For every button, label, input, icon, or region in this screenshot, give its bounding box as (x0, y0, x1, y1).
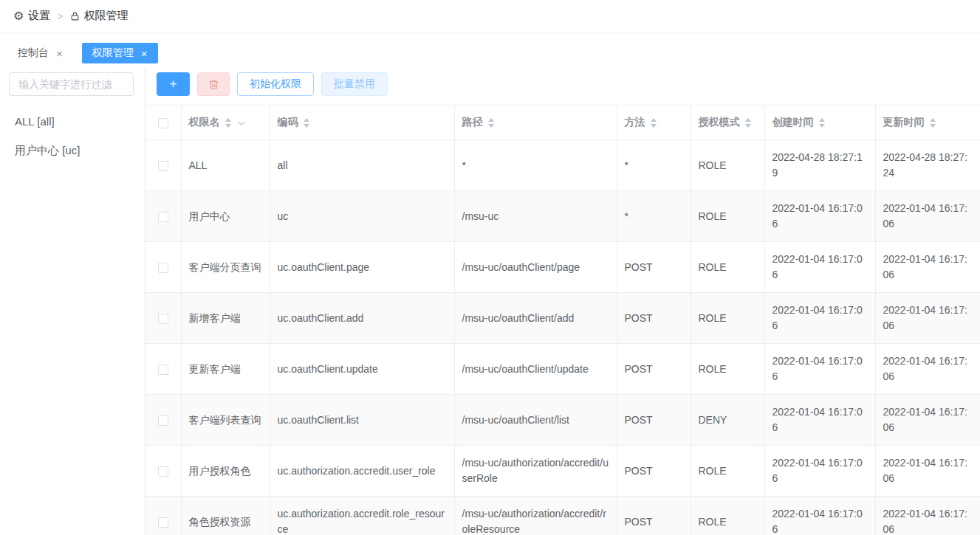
sort-icon[interactable] (819, 118, 825, 128)
tab-console[interactable]: 控制台 × (7, 43, 73, 63)
table-row: 客户端列表查询 uc.oauthClient.list /msu-uc/oaut… (145, 395, 980, 446)
cell-mode: ROLE (691, 446, 764, 497)
main-panel: + 初始化权限 批量禁用 (145, 66, 980, 534)
cell-mode: ROLE (691, 140, 764, 191)
col-header-created[interactable]: 创建时间 (764, 106, 875, 140)
table-header-row: 权限名 编码 路径 (145, 106, 980, 140)
cell-code: all (270, 140, 454, 191)
select-all-checkbox[interactable] (158, 118, 168, 128)
sort-icon[interactable] (225, 118, 231, 128)
row-checkbox[interactable] (158, 365, 168, 375)
sort-icon[interactable] (651, 118, 657, 128)
table-row: 用户授权角色 uc.authorization.accredit.user_ro… (145, 446, 980, 497)
row-checkbox[interactable] (158, 212, 168, 222)
cell-permission-name: ALL (181, 140, 270, 191)
cell-mode: ROLE (691, 242, 764, 293)
gear-icon: ⚙ (13, 10, 24, 22)
breadcrumb-label-permission: 权限管理 (84, 9, 129, 23)
tab-permission[interactable]: 权限管理 × (82, 43, 158, 63)
cell-path: /msu-uc/oauthClient/page (454, 242, 617, 293)
sort-icon[interactable] (488, 118, 494, 128)
filter-input[interactable] (9, 72, 134, 96)
col-header-permission-name[interactable]: 权限名 (181, 106, 270, 140)
cell-updated: 2022-01-04 16:17:06 (875, 191, 980, 242)
cell-updated: 2022-04-28 18:27:24 (875, 140, 980, 191)
col-label-created: 创建时间 (772, 116, 814, 129)
cell-code: uc.oauthClient.add (270, 293, 454, 344)
sort-icon[interactable] (304, 118, 309, 128)
table-row: 角色授权资源 uc.authorization.accredit.role_re… (145, 497, 980, 535)
breadcrumb-item-settings[interactable]: ⚙ 设置 (13, 9, 50, 23)
breadcrumb-separator: > (57, 10, 63, 22)
cell-created: 2022-01-04 16:17:06 (764, 497, 875, 535)
col-header-path[interactable]: 路径 (454, 106, 617, 140)
row-checkbox[interactable] (158, 517, 168, 528)
cell-permission-name: 角色授权资源 (181, 497, 270, 535)
close-icon[interactable]: × (56, 48, 63, 59)
cell-mode: ROLE (691, 497, 764, 535)
cell-checkbox (145, 293, 181, 344)
cell-updated: 2022-01-04 16:17:06 (875, 344, 980, 395)
breadcrumb-item-permission: 权限管理 (70, 9, 129, 23)
col-header-code[interactable]: 编码 (270, 106, 454, 140)
delete-button[interactable] (197, 72, 230, 96)
row-checkbox[interactable] (158, 415, 168, 426)
tree-item-all[interactable]: ALL [all] (0, 111, 145, 132)
col-header-mode[interactable]: 授权模式 (691, 106, 764, 140)
col-header-updated[interactable]: 更新时间 (875, 106, 980, 140)
cell-permission-name: 客户端列表查询 (181, 395, 270, 446)
cell-updated: 2022-01-04 16:17:06 (875, 242, 980, 293)
cell-method: * (617, 191, 691, 242)
cell-permission-name: 用户中心 (181, 191, 270, 242)
close-icon[interactable]: × (141, 48, 148, 59)
cell-code: uc.oauthClient.update (270, 344, 454, 395)
lock-icon (70, 11, 80, 21)
cell-checkbox (145, 446, 181, 497)
cell-path: /msu-uc/oauthClient/add (454, 293, 617, 344)
cell-checkbox (145, 395, 181, 446)
sort-icon[interactable] (930, 118, 936, 128)
col-label-code: 编码 (278, 116, 298, 129)
col-label-mode: 授权模式 (699, 116, 740, 129)
cell-path: /msu-uc/authorization/accredit/userRole (454, 446, 617, 497)
table-row: ALL all * * ROLE 2022-04-28 18:27:19 202… (145, 140, 980, 191)
table-row: 新增客户端 uc.oauthClient.add /msu-uc/oauthCl… (145, 293, 980, 344)
row-checkbox[interactable] (158, 263, 168, 273)
cell-method: POST (617, 242, 691, 293)
chevron-down-icon[interactable] (237, 118, 244, 125)
sort-icon[interactable] (745, 118, 751, 128)
add-button[interactable]: + (157, 72, 190, 96)
row-checkbox[interactable] (158, 466, 168, 477)
cell-path: * (454, 140, 617, 191)
row-checkbox[interactable] (158, 314, 168, 324)
init-permissions-button[interactable]: 初始化权限 (237, 72, 314, 96)
cell-code: uc.oauthClient.list (270, 395, 454, 446)
sidebar: ALL [all] 用户中心 [uc] (0, 66, 145, 534)
cell-updated: 2022-01-04 16:17:06 (875, 293, 980, 344)
permission-tree: ALL [all] 用户中心 [uc] (0, 111, 145, 162)
select-all-header (145, 106, 181, 140)
cell-method: POST (617, 395, 691, 446)
cell-checkbox (145, 344, 181, 395)
table-row: 客户端分页查询 uc.oauthClient.page /msu-uc/oaut… (145, 242, 980, 293)
cell-permission-name: 更新客户端 (181, 344, 270, 395)
trash-icon (208, 79, 219, 90)
col-label-method: 方法 (625, 116, 645, 129)
cell-path: /msu-uc/oauthClient/list (454, 395, 617, 446)
row-checkbox[interactable] (158, 161, 168, 171)
table-row: 更新客户端 uc.oauthClient.update /msu-uc/oaut… (145, 344, 980, 395)
tree-item-uc[interactable]: 用户中心 [uc] (0, 139, 145, 162)
cell-method: POST (617, 497, 691, 535)
cell-created: 2022-01-04 16:17:06 (764, 242, 875, 293)
cell-permission-name: 客户端分页查询 (181, 242, 270, 293)
cell-method: POST (617, 446, 691, 497)
col-label-permission-name: 权限名 (189, 116, 220, 129)
cell-checkbox (145, 242, 181, 293)
col-header-method[interactable]: 方法 (617, 106, 691, 140)
col-label-path: 路径 (462, 116, 483, 129)
content-area: ALL [all] 用户中心 [uc] + 初始化权限 批量禁用 (0, 66, 980, 534)
table-body: ALL all * * ROLE 2022-04-28 18:27:19 202… (145, 140, 980, 535)
batch-disable-button: 批量禁用 (321, 72, 388, 96)
cell-created: 2022-01-04 16:17:06 (764, 395, 875, 446)
cell-checkbox (145, 497, 181, 535)
